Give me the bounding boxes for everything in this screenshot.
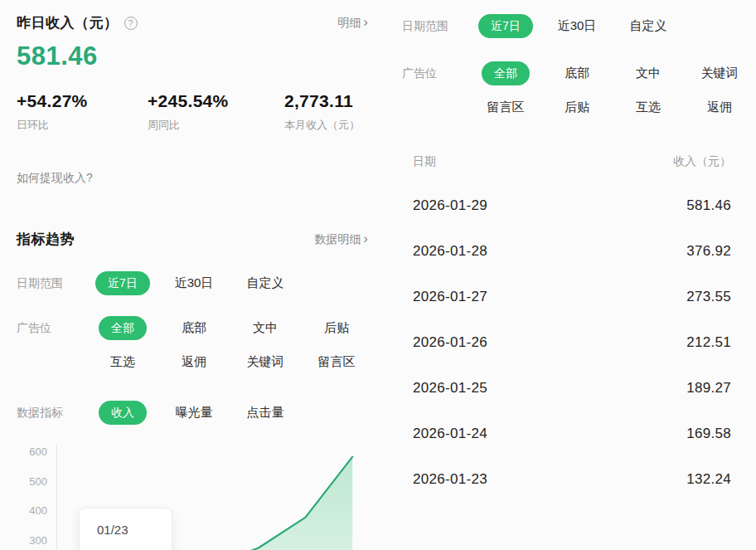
filter-label: 日期范围 [17,270,87,295]
ad-position-option-intext[interactable]: 文中 [613,61,684,85]
column-header-date: 日期 [402,154,436,183]
ad-position-option-keyword[interactable]: 关键词 [230,349,301,374]
metric-option-clicks[interactable]: 点击量 [230,400,301,425]
metric-option-income[interactable]: 收入 [99,401,147,425]
row-income: 581.46 [686,197,731,214]
metric-option-impressions[interactable]: 曝光量 [158,400,230,425]
ad-position-option-keyword[interactable]: 关键词 [684,61,755,85]
left-metric-filter: 数据指标 收入 曝光量 点击量 [17,400,368,425]
stat-day-over-day: +54.27% 日环比 [17,91,148,133]
ad-position-option-rebate[interactable]: 返佣 [684,95,755,119]
chevron-right-icon: › [363,231,368,246]
ad-position-option-mutual[interactable]: 互选 [87,349,158,374]
stat-value: 2,773.11 [284,91,368,111]
ad-position-option-intext[interactable]: 文中 [230,315,301,340]
ad-position-option-comment[interactable]: 留言区 [301,349,372,374]
date-range-option-custom[interactable]: 自定义 [613,13,684,38]
date-range-option-recent30[interactable]: 近30日 [541,13,613,38]
row-date: 2026-01-28 [402,243,487,260]
row-date: 2026-01-24 [402,426,487,442]
stat-label: 日环比 [17,118,148,133]
ad-position-option-all[interactable]: 全部 [482,61,530,85]
row-income: 169.58 [686,426,731,442]
yesterday-income-header: 昨日收入（元） ? 明细 › [17,13,368,32]
row-date: 2026-01-27 [402,289,487,305]
date-range-option-custom[interactable]: 自定义 [230,270,301,295]
right-date-range-filter: 日期范围 近7日 近30日 自定义 [402,13,734,38]
row-income: 132.24 [686,471,731,488]
ad-position-option-postroll[interactable]: 后贴 [301,315,372,340]
how-to-withdraw-link[interactable]: 如何提现收入? [17,171,93,186]
table-row: 2026-01-27 273.55 [402,274,731,319]
trend-section-header: 指标趋势 数据明细 › [17,230,368,249]
summary-stats: +54.27% 日环比 +245.54% 周同比 2,773.11 本月收入（元… [17,91,368,133]
ad-revenue-dashboard: 昨日收入（元） ? 明细 › 581.46 +54.27% 日环比 +245.5… [0,0,756,550]
row-income: 189.27 [686,380,731,397]
detail-link-label: 明细 [337,16,361,31]
right-ad-position-filter: 广告位 全部 底部 文中 关键词 留言区 后贴 互选 返佣 [402,61,734,119]
stat-value: +245.54% [148,91,284,111]
ad-position-option-bottom[interactable]: 底部 [158,315,230,340]
date-range-option-recent7[interactable]: 近7日 [95,271,150,295]
yesterday-income-amount: 581.46 [17,41,98,71]
chart-tooltip: 01/23 [79,508,172,550]
ad-position-option-bottom[interactable]: 底部 [541,61,613,85]
date-range-option-recent7[interactable]: 近7日 [478,14,533,38]
row-income: 212.51 [686,334,731,351]
filter-label: 广告位 [17,315,87,374]
stat-month-income: 2,773.11 本月收入（元） [284,91,368,133]
ad-position-option-all[interactable]: 全部 [99,316,147,340]
table-row: 2026-01-24 169.58 [402,411,731,456]
chevron-right-icon: › [363,15,368,29]
trend-title: 指标趋势 [17,230,75,249]
table-row: 2026-01-26 212.51 [402,319,731,365]
ad-position-option-mutual[interactable]: 互选 [613,95,684,119]
stat-week-over-week: +245.54% 周同比 [148,91,284,133]
chart-tooltip-date: 01/23 [80,509,172,537]
data-detail-link-label: 数据明细 [314,232,361,247]
ad-position-option-rebate[interactable]: 返佣 [158,349,230,374]
table-row: 2026-01-28 376.92 [402,228,731,274]
trend-line-chart[interactable]: 600 500 400 300 01/23 [17,440,368,550]
income-table: 日期 收入（元） 2026-01-29 581.46 2026-01-28 37… [402,154,731,502]
stat-label: 本月收入（元） [284,118,368,133]
column-header-income: 收入（元） [673,154,731,183]
row-date: 2026-01-25 [402,380,487,397]
table-row: 2026-01-25 189.27 [402,365,731,411]
date-range-option-recent30[interactable]: 近30日 [158,270,230,295]
row-date: 2026-01-23 [402,471,487,488]
filter-label: 日期范围 [402,13,470,38]
stat-value: +54.27% [17,91,148,111]
left-date-range-filter: 日期范围 近7日 近30日 自定义 [17,270,368,295]
row-date: 2026-01-29 [402,197,487,214]
income-table-header: 日期 收入（元） [402,154,731,183]
left-ad-position-filter: 广告位 全部 底部 文中 后贴 互选 返佣 关键词 留言区 [17,315,368,374]
ad-position-option-comment[interactable]: 留言区 [470,95,541,119]
data-detail-link[interactable]: 数据明细 › [314,232,368,247]
filter-label: 广告位 [402,61,470,119]
filter-label: 数据指标 [17,400,87,425]
yesterday-income-title: 昨日收入（元） [17,13,119,32]
stat-label: 周同比 [148,118,284,133]
ad-position-option-postroll[interactable]: 后贴 [541,95,613,119]
trend-line-svg [17,440,368,550]
row-date: 2026-01-26 [402,334,487,351]
question-circle-icon[interactable]: ? [124,17,138,30]
table-row: 2026-01-23 132.24 [402,456,731,502]
detail-link[interactable]: 明细 › [337,16,368,31]
row-income: 376.92 [686,243,731,260]
table-row: 2026-01-29 581.46 [402,183,731,228]
row-income: 273.55 [686,289,731,305]
